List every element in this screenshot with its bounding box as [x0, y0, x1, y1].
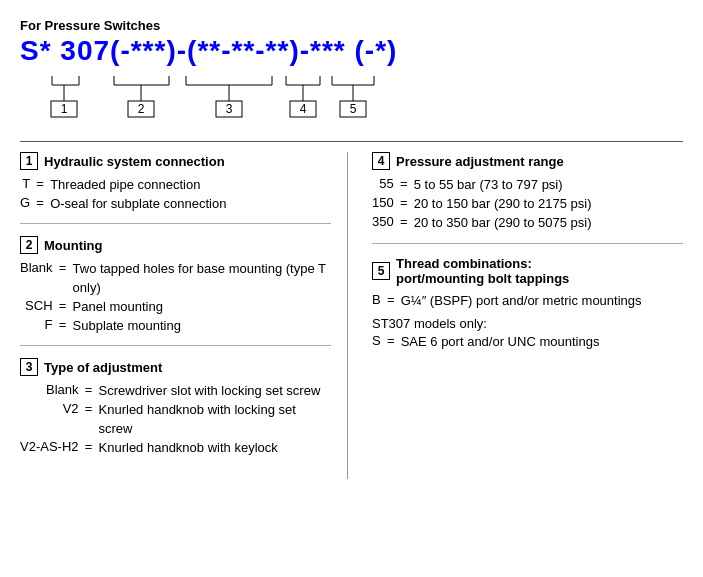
entry-eq-sch: =: [57, 298, 69, 313]
entry-eq-150: =: [398, 195, 410, 210]
entry-eq-blank-adj: =: [83, 382, 95, 397]
svg-text:3: 3: [226, 102, 233, 116]
entry-val-T: Threaded pipe connection: [50, 176, 331, 194]
entry-key-350: 350: [372, 214, 394, 229]
thread-entries: B = G¼″ (BSPF) port and/or metric mounti…: [372, 292, 683, 310]
entry-eq-v2: =: [83, 401, 95, 416]
section-num-4: 4: [372, 152, 390, 170]
page-container: For Pressure Switches S* 307(-***)-(**-*…: [20, 18, 683, 479]
bracket-svg: 1 2 3 4: [24, 71, 394, 126]
section-num-1: 1: [20, 152, 38, 170]
svg-text:1: 1: [61, 102, 68, 116]
svg-text:4: 4: [300, 102, 307, 116]
section-pressure: 4 Pressure adjustment range 55 = 5 to 55…: [372, 152, 683, 244]
section-mounting-title: 2 Mounting: [20, 236, 331, 254]
entry-val-sch: Panel mounting: [73, 298, 331, 316]
entry-val-v2: Knurled handknob with locking set screw: [99, 401, 331, 437]
entry-key-S: S: [372, 333, 381, 348]
entry-val-350: 20 to 350 bar (290 to 5075 psi): [414, 214, 683, 232]
entry-eq-v2ash2: =: [83, 439, 95, 454]
entry-eq-350: =: [398, 214, 410, 229]
section-adjustment-title: 3 Type of adjustment: [20, 358, 331, 376]
section-hydraulic-label: Hydraulic system connection: [44, 154, 225, 169]
st307-note: ST307 models only:: [372, 316, 683, 331]
entry-eq-G: =: [34, 195, 46, 210]
entry-val-G: O-seal for subplate connection: [50, 195, 331, 213]
entry-val-v2ash2: Knurled handknob with keylock: [99, 439, 331, 457]
entry-val-150: 20 to 150 bar (290 to 2175 psi): [414, 195, 683, 213]
mounting-entries: Blank = Two tapped holes for base mounti…: [20, 260, 331, 335]
entry-key-B: B: [372, 292, 381, 307]
section-mounting-label: Mounting: [44, 238, 102, 253]
entry-val-B: G¼″ (BSPF) port and/or metric mountings: [401, 292, 683, 310]
entry-key-F: F: [20, 317, 53, 332]
entry-key-v2: V2: [20, 401, 79, 416]
section-thread-title: 5 Thread combinations:port/mounting bolt…: [372, 256, 683, 286]
entry-key-T: T: [20, 176, 30, 191]
svg-text:2: 2: [138, 102, 145, 116]
section-thread-label: Thread combinations:port/mounting bolt t…: [396, 256, 569, 286]
entry-val-55: 5 to 55 bar (73 to 797 psi): [414, 176, 683, 194]
entry-key-blank-mount: Blank: [20, 260, 53, 275]
pressure-entries: 55 = 5 to 55 bar (73 to 797 psi) 150 = 2…: [372, 176, 683, 233]
st307-label: ST307 models only:: [372, 316, 487, 331]
model-code: S* 307(-***)-(**-**-**)-*** (-*): [20, 35, 683, 67]
entry-key-55: 55: [372, 176, 394, 191]
section-thread: 5 Thread combinations:port/mounting bolt…: [372, 256, 683, 361]
entry-eq-T: =: [34, 176, 46, 191]
section-adjustment-label: Type of adjustment: [44, 360, 162, 375]
entry-eq-S: =: [385, 333, 397, 348]
bracket-diagram: 1 2 3 4: [24, 71, 683, 129]
entry-eq-F: =: [57, 317, 69, 332]
section-num-5: 5: [372, 262, 390, 280]
section-adjustment: 3 Type of adjustment Blank = Screwdriver…: [20, 358, 331, 467]
svg-text:5: 5: [350, 102, 357, 116]
section-num-2: 2: [20, 236, 38, 254]
section-pressure-label: Pressure adjustment range: [396, 154, 564, 169]
entry-eq-blank-mount: =: [57, 260, 69, 275]
entry-val-F: Subplate mounting: [73, 317, 331, 335]
entry-val-blank-mount: Two tapped holes for base mounting (type…: [73, 260, 331, 296]
entry-eq-55: =: [398, 176, 410, 191]
section-mounting: 2 Mounting Blank = Two tapped holes for …: [20, 236, 331, 346]
entry-key-v2ash2: V2-AS-H2: [20, 439, 79, 454]
hydraulic-entries: T = Threaded pipe connection G = O-seal …: [20, 176, 331, 213]
section-hydraulic: 1 Hydraulic system connection T = Thread…: [20, 152, 331, 224]
entry-key-blank-adj: Blank: [20, 382, 79, 397]
thread-entries-s: S = SAE 6 port and/or UNC mountings: [372, 333, 683, 351]
entry-val-blank-adj: Screwdriver slot with locking set screw: [99, 382, 331, 400]
entry-key-150: 150: [372, 195, 394, 210]
main-content: 1 Hydraulic system connection T = Thread…: [20, 152, 683, 479]
for-label: For Pressure Switches: [20, 18, 683, 33]
adjustment-entries: Blank = Screwdriver slot with locking se…: [20, 382, 331, 457]
section-pressure-title: 4 Pressure adjustment range: [372, 152, 683, 170]
section-num-3: 3: [20, 358, 38, 376]
entry-eq-B: =: [385, 292, 397, 307]
entry-val-S: SAE 6 port and/or UNC mountings: [401, 333, 683, 351]
right-column: 4 Pressure adjustment range 55 = 5 to 55…: [368, 152, 683, 479]
entry-key-G: G: [20, 195, 30, 210]
left-column: 1 Hydraulic system connection T = Thread…: [20, 152, 348, 479]
entry-key-sch: SCH: [20, 298, 53, 313]
section-hydraulic-title: 1 Hydraulic system connection: [20, 152, 331, 170]
main-divider: [20, 141, 683, 142]
